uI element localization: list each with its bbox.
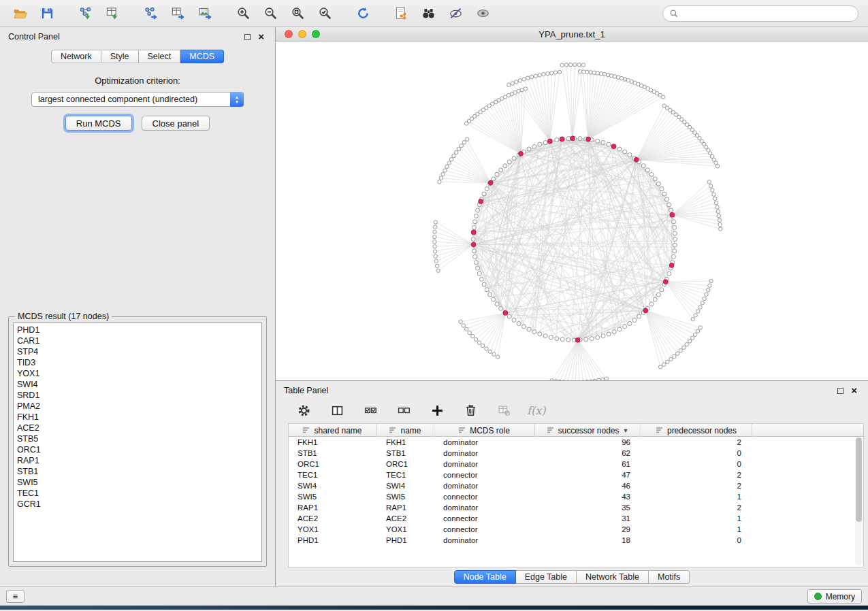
- refresh-icon[interactable]: [353, 3, 373, 24]
- export-table-icon[interactable]: [167, 3, 188, 24]
- mcds-result-item[interactable]: CAR1: [17, 335, 258, 346]
- table-row[interactable]: PHD1PHD1dominator180: [289, 535, 863, 546]
- memory-button[interactable]: Memory: [807, 589, 862, 604]
- mcds-result-item[interactable]: ORC1: [17, 444, 258, 455]
- tab-mcds[interactable]: MCDS: [180, 50, 224, 63]
- table-row[interactable]: ACE2ACE2connector311: [289, 513, 863, 524]
- mcds-result-item[interactable]: YOX1: [17, 368, 258, 379]
- table-row[interactable]: STB1STB1dominator620: [289, 448, 863, 459]
- tab-motifs[interactable]: Motifs: [649, 570, 690, 584]
- table-row[interactable]: TEC1TEC1connector472: [289, 469, 863, 480]
- add-icon[interactable]: [427, 400, 447, 420]
- import-network-icon[interactable]: [75, 3, 95, 24]
- table-scrollbar[interactable]: [855, 437, 863, 565]
- close-panel-icon[interactable]: ×: [258, 33, 264, 40]
- mcds-result-item[interactable]: STB5: [17, 433, 258, 444]
- zoom-fit-icon[interactable]: [287, 3, 308, 24]
- gear-icon[interactable]: [293, 400, 314, 420]
- node-table: shared namenameMCDS rolesuccessor nodes▼…: [288, 423, 864, 567]
- cell-name: PHD1: [377, 536, 434, 544]
- export-image-icon[interactable]: [195, 3, 215, 24]
- desktop-background: [0, 606, 868, 610]
- select-all-icon[interactable]: [360, 400, 381, 420]
- zoom-selected-icon[interactable]: [315, 3, 335, 24]
- open-folder-icon[interactable]: [10, 3, 30, 24]
- cell-predecessors: 1: [641, 514, 752, 523]
- status-menu-button[interactable]: ≡: [6, 590, 25, 603]
- column-header-role[interactable]: MCDS role: [434, 424, 535, 437]
- table-row[interactable]: SWI4SWI4dominator462: [289, 480, 863, 491]
- close-window-icon[interactable]: [285, 30, 293, 38]
- mcds-result-item[interactable]: TEC1: [17, 488, 258, 499]
- table-row[interactable]: YOX1YOX1connector291: [289, 524, 863, 535]
- search-input[interactable]: [683, 9, 852, 18]
- column-label: shared name: [314, 426, 361, 435]
- mcds-result-item[interactable]: TID3: [17, 357, 258, 368]
- mcds-result-item[interactable]: GCR1: [17, 499, 258, 510]
- mcds-result-item[interactable]: STP4: [17, 346, 258, 357]
- close-table-panel-icon[interactable]: ×: [851, 387, 857, 394]
- tab-network-table[interactable]: Network Table: [577, 570, 649, 584]
- network-canvas[interactable]: [276, 42, 868, 380]
- tab-style[interactable]: Style: [101, 50, 139, 63]
- mcds-result-item[interactable]: STB1: [17, 466, 258, 477]
- search-field[interactable]: [662, 5, 858, 22]
- deselect-all-icon[interactable]: [393, 400, 414, 420]
- tab-node-table[interactable]: Node Table: [454, 570, 516, 584]
- tab-select[interactable]: Select: [139, 50, 181, 63]
- sort-icon: [303, 427, 310, 434]
- cell-predecessors: 2: [641, 503, 752, 512]
- mcds-result-item[interactable]: SWI4: [17, 379, 258, 390]
- mcds-result-item[interactable]: SRD1: [17, 390, 258, 401]
- zoom-in-icon[interactable]: [233, 3, 253, 24]
- column-header-shared_name[interactable]: shared name: [289, 424, 377, 437]
- delete-icon[interactable]: [460, 400, 481, 420]
- mcds-result-item[interactable]: PHD1: [17, 325, 258, 335]
- mcds-result-item[interactable]: RAP1: [17, 455, 258, 466]
- table-row[interactable]: SWI5SWI5connector431: [289, 491, 863, 502]
- table-row[interactable]: FKH1FKH1dominator962: [289, 437, 863, 448]
- mcds-result-item[interactable]: FKH1: [17, 412, 258, 423]
- maximize-window-icon[interactable]: [312, 30, 320, 38]
- column-header-predecessors[interactable]: predecessor nodes: [641, 424, 752, 437]
- share-document-icon[interactable]: [391, 3, 411, 24]
- hide-selected-icon[interactable]: [445, 3, 466, 24]
- tab-network[interactable]: Network: [51, 50, 101, 63]
- function-builder-button[interactable]: f(x): [527, 404, 545, 417]
- mcds-result-list[interactable]: PHD1CAR1STP4TID3YOX1SWI4SRD1PMA2FKH1ACE2…: [13, 323, 262, 562]
- column-header-successors[interactable]: successor nodes▼: [535, 424, 641, 437]
- import-table-icon[interactable]: [102, 3, 123, 24]
- mcds-result-item[interactable]: SWI5: [17, 477, 258, 488]
- minimize-window-icon[interactable]: [298, 30, 306, 38]
- cell-successors: 46: [535, 482, 641, 490]
- criterion-dropdown[interactable]: largest connected component (undirected)…: [31, 92, 244, 107]
- column-header-name[interactable]: name: [377, 424, 434, 437]
- memory-status-icon: [814, 593, 822, 600]
- cell-role: connector: [434, 493, 535, 501]
- scrollbar-thumb[interactable]: [856, 437, 862, 522]
- table-row[interactable]: ORC1ORC1dominator610: [289, 459, 863, 469]
- table-row[interactable]: RAP1RAP1dominator352: [289, 502, 863, 513]
- cell-shared_name: SWI5: [289, 493, 377, 501]
- export-network-icon[interactable]: [140, 3, 161, 24]
- mcds-result-item[interactable]: PMA2: [17, 401, 258, 412]
- cell-predecessors: 2: [641, 438, 752, 446]
- cell-successors: 35: [535, 503, 641, 512]
- tab-edge-table[interactable]: Edge Table: [516, 570, 577, 584]
- zoom-out-icon[interactable]: [260, 3, 280, 24]
- mcds-result-item[interactable]: ACE2: [17, 423, 258, 433]
- table-header-row: shared namenameMCDS rolesuccessor nodes▼…: [289, 424, 863, 437]
- network-graph[interactable]: [276, 42, 868, 380]
- show-all-icon[interactable]: [472, 3, 493, 24]
- binoculars-icon[interactable]: [418, 3, 438, 24]
- table-toolbar: f(x): [276, 397, 868, 423]
- control-panel-tabs: NetworkStyleSelectMCDS: [0, 50, 275, 63]
- table-disabled-icon[interactable]: [494, 400, 514, 420]
- show-columns-icon[interactable]: [327, 400, 347, 420]
- mcds-result-title: MCDS result (17 nodes): [15, 312, 112, 321]
- save-icon[interactable]: [37, 3, 57, 24]
- float-table-panel-icon[interactable]: [837, 388, 843, 394]
- float-panel-icon[interactable]: [244, 34, 251, 40]
- close-mcds-panel-button[interactable]: Close panel: [142, 116, 210, 131]
- run-mcds-button[interactable]: Run MCDS: [65, 116, 132, 131]
